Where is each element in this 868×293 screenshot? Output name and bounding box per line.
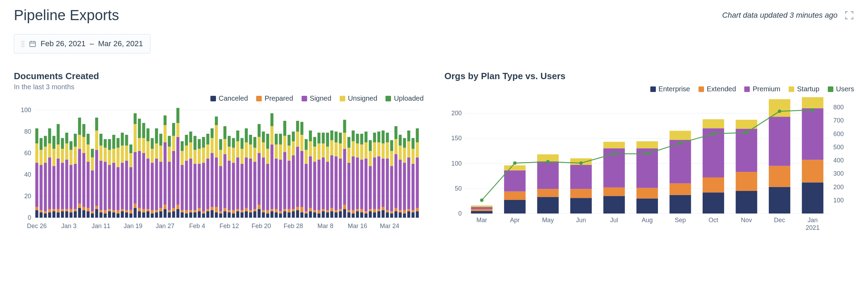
svg-rect-457 [411, 210, 415, 212]
legend-item[interactable]: Extended [698, 85, 736, 93]
svg-rect-80 [87, 134, 90, 144]
svg-rect-535 [769, 99, 790, 117]
svg-rect-431 [390, 214, 393, 218]
svg-rect-521 [669, 183, 691, 195]
legend-item[interactable]: Premium [744, 85, 780, 93]
legend-item[interactable]: Canceled [210, 94, 248, 102]
svg-rect-51 [65, 211, 68, 218]
date-range-picker[interactable]: Feb 26, 2021 – Mar 26, 2021 [14, 34, 150, 53]
svg-rect-251 [236, 211, 240, 218]
svg-rect-294 [270, 126, 274, 145]
legend-item[interactable]: Users [828, 85, 854, 93]
svg-rect-159 [155, 143, 158, 158]
svg-rect-369 [335, 142, 338, 156]
svg-rect-411 [373, 212, 376, 218]
legend-item[interactable]: Enterprise [650, 85, 690, 93]
svg-rect-353 [322, 157, 325, 209]
svg-rect-295 [270, 113, 274, 126]
svg-rect-407 [369, 209, 372, 211]
svg-rect-47 [61, 209, 64, 211]
svg-rect-312 [288, 209, 291, 212]
svg-rect-523 [669, 131, 691, 140]
svg-rect-123 [125, 161, 128, 210]
svg-rect-412 [373, 209, 376, 212]
svg-rect-455 [407, 131, 410, 141]
svg-rect-70 [78, 118, 81, 135]
svg-rect-122 [125, 210, 128, 212]
svg-rect-387 [352, 210, 355, 213]
svg-text:20: 20 [24, 193, 31, 200]
svg-rect-264 [245, 142, 248, 157]
legend-item[interactable]: Uploaded [385, 94, 424, 102]
svg-rect-283 [262, 157, 265, 210]
svg-rect-529 [736, 172, 757, 191]
legend-item[interactable]: Startup [789, 85, 819, 93]
svg-rect-364 [330, 140, 333, 155]
updated-timestamp: Chart data updated 3 minutes ago [722, 11, 837, 20]
fullscreen-icon[interactable] [844, 10, 854, 20]
svg-rect-406 [369, 211, 372, 218]
svg-rect-274 [253, 148, 257, 162]
legend-item[interactable]: Unsigned [340, 94, 377, 102]
chart-documents-created: Documents Created In the last 3 months C… [14, 71, 424, 234]
svg-rect-405 [365, 132, 368, 142]
svg-rect-148 [147, 159, 150, 209]
svg-rect-313 [288, 161, 291, 209]
svg-rect-319 [292, 141, 295, 155]
svg-text:600: 600 [833, 131, 844, 137]
svg-rect-427 [386, 210, 389, 212]
svg-point-548 [745, 131, 748, 134]
svg-rect-129 [129, 153, 132, 167]
svg-rect-460 [411, 138, 415, 149]
svg-rect-95 [99, 134, 103, 145]
svg-rect-102 [108, 209, 111, 211]
svg-rect-434 [390, 151, 393, 166]
svg-rect-98 [104, 162, 107, 210]
svg-rect-186 [181, 212, 184, 218]
svg-rect-315 [288, 135, 291, 145]
svg-rect-340 [309, 131, 312, 141]
svg-rect-188 [181, 165, 184, 210]
svg-rect-404 [365, 142, 368, 159]
svg-rect-34 [48, 143, 51, 157]
svg-rect-437 [394, 208, 398, 211]
svg-rect-68 [78, 149, 81, 204]
svg-rect-125 [125, 135, 128, 145]
svg-rect-199 [189, 142, 192, 159]
svg-rect-446 [403, 214, 406, 218]
svg-rect-346 [318, 214, 321, 218]
svg-rect-385 [347, 137, 350, 148]
svg-rect-50 [61, 138, 64, 149]
svg-rect-44 [57, 144, 60, 158]
svg-rect-435 [390, 140, 393, 151]
svg-rect-267 [249, 210, 252, 212]
svg-rect-220 [206, 134, 209, 144]
svg-rect-72 [83, 207, 86, 210]
svg-rect-420 [377, 132, 381, 142]
svg-rect-330 [301, 122, 304, 135]
legend-label: Users [836, 85, 854, 93]
svg-rect-115 [116, 138, 120, 148]
svg-rect-298 [275, 159, 278, 209]
svg-rect-357 [326, 210, 329, 212]
svg-rect-436 [394, 211, 398, 218]
svg-rect-99 [104, 148, 107, 162]
svg-rect-377 [343, 205, 346, 209]
svg-rect-537 [802, 160, 823, 182]
svg-rect-450 [403, 138, 406, 148]
svg-rect-302 [279, 211, 282, 213]
svg-rect-505 [537, 189, 559, 197]
svg-rect-536 [802, 182, 823, 214]
svg-rect-415 [373, 133, 376, 142]
svg-rect-153 [151, 163, 154, 210]
legend-item[interactable]: Signed [302, 94, 331, 102]
svg-rect-334 [305, 150, 308, 164]
svg-rect-156 [155, 212, 158, 218]
legend-item[interactable]: Prepared [256, 94, 293, 102]
svg-rect-77 [87, 208, 90, 211]
svg-point-543 [579, 161, 583, 165]
svg-rect-147 [147, 209, 150, 211]
svg-rect-463 [416, 157, 419, 208]
svg-rect-101 [108, 211, 111, 218]
svg-rect-373 [339, 159, 342, 209]
